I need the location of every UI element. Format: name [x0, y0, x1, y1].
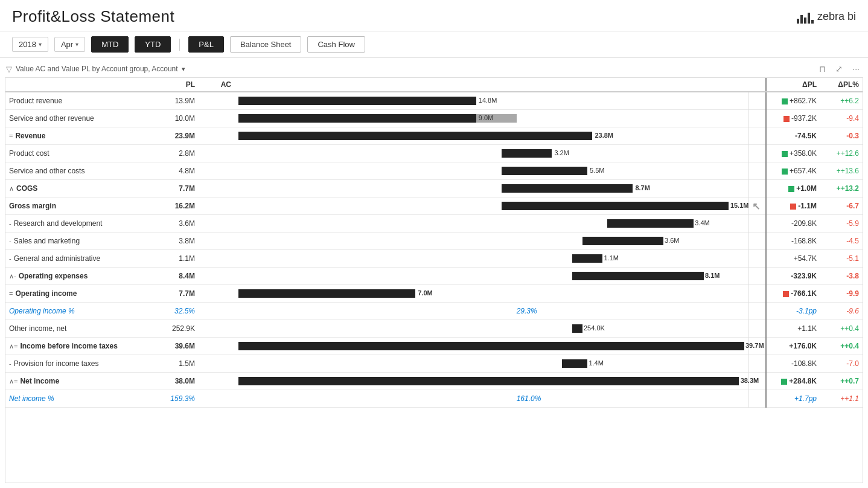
year-value: 2018 — [19, 40, 36, 49]
tab-divider — [179, 39, 180, 51]
scroll-col — [748, 285, 766, 303]
row-chart-sales-marketing: 3.6M — [235, 233, 748, 250]
scroll-col — [748, 127, 766, 145]
row-delta-pct-general-administrative: -5.1 — [820, 250, 863, 268]
row-chart-operating-income-pct: 29.3% — [235, 303, 748, 320]
row-chart-service-other-revenue: 9.0M — [235, 110, 748, 127]
row-delta-pct-service-other-costs: ++13.6 — [820, 162, 863, 180]
scroll-col — [748, 268, 766, 285]
row-ac-operating-income-pct — [199, 303, 235, 320]
table-row: ∧-Operating expenses8.4M8.1M-323.9K-3.8 — [5, 268, 863, 285]
scroll-col — [748, 145, 766, 162]
row-ac-net-income — [199, 373, 235, 390]
row-label-service-other-revenue: Service and other revenue — [5, 110, 156, 127]
table-row: Service and other revenue10.0M9.0M-937.2… — [5, 110, 863, 127]
row-delta-pl-general-administrative: +54.7K — [766, 250, 820, 268]
row-ac-operating-income — [199, 285, 235, 303]
row-delta-pl-income-before-taxes: +176.0K — [766, 338, 820, 355]
col-scroll — [748, 78, 766, 92]
tab-cash-flow[interactable]: Cash Flow — [307, 36, 365, 53]
tab-mtd[interactable]: MTD — [91, 36, 129, 53]
row-ac-product-revenue — [199, 92, 235, 110]
more-btn[interactable]: ··· — [850, 63, 862, 75]
table-wrapper: PL AC ΔPL ΔPL% — [5, 77, 863, 483]
delta-indicator — [790, 204, 796, 210]
delta-indicator — [782, 151, 788, 157]
row-chart-net-income: 38.3M — [235, 373, 748, 390]
table-row: Service and other costs4.8M5.5M+657.4K++… — [5, 162, 863, 180]
header: Profit&Loss Statement zebra bi — [0, 0, 868, 31]
row-label-text: Other income, net — [9, 324, 66, 333]
table-row: -Research and development3.6M3.4M-209.8K… — [5, 215, 863, 233]
row-label-sales-marketing: -Sales and marketing — [5, 233, 156, 250]
col-pl: PL — [156, 78, 199, 92]
row-delta-pl-service-other-revenue: -937.2K — [766, 110, 820, 127]
row-delta-pct-service-other-revenue: -9.4 — [820, 110, 863, 127]
row-label-text: Net income % — [9, 394, 54, 403]
row-label-text: General and administrative — [14, 254, 100, 263]
row-label-text: Operating income — [15, 289, 77, 298]
delta-indicator — [783, 291, 789, 297]
row-pl-provision-income-taxes: 1.5M — [156, 355, 199, 373]
row-prefix: - — [9, 220, 11, 227]
row-chart-other-income-net: 254.0K — [235, 320, 748, 338]
month-dropdown[interactable]: Apr ▾ — [54, 37, 85, 52]
row-pl-service-other-costs: 4.8M — [156, 162, 199, 180]
row-ac-product-cost — [199, 145, 235, 162]
row-ac-service-other-costs — [199, 162, 235, 180]
row-pl-service-other-revenue: 10.0M — [156, 110, 199, 127]
col-delta-pct: ΔPL% — [820, 78, 863, 92]
row-delta-pct-net-income: ++0.7 — [820, 373, 863, 390]
filter-icon: ▽ — [6, 65, 12, 74]
row-label-text: Service and other revenue — [9, 114, 94, 123]
scroll-col — [748, 303, 766, 320]
tab-pl[interactable]: P&L — [188, 36, 224, 53]
row-delta-pl-operating-expenses: -323.9K — [766, 268, 820, 285]
filter-chevron[interactable]: ▾ — [182, 65, 185, 73]
col-chart — [235, 78, 748, 92]
row-delta-pl-service-other-costs: +657.4K — [766, 162, 820, 180]
year-chevron: ▾ — [39, 41, 42, 48]
table-row: -Provision for income taxes1.5M1.4M-108.… — [5, 355, 863, 373]
logo-bar-5 — [811, 20, 814, 24]
row-delta-pct-operating-income-pct: -9.6 — [820, 303, 863, 320]
row-ac-research-development — [199, 215, 235, 233]
row-label-service-other-costs: Service and other costs — [5, 162, 156, 180]
row-delta-pct-net-income-pct: ++1.1 — [820, 390, 863, 408]
row-delta-pl-sales-marketing: -168.8K — [766, 233, 820, 250]
row-delta-pct-research-development: -5.9 — [820, 215, 863, 233]
filter-btn[interactable]: ⊓ — [817, 63, 828, 75]
page-title: Profit&Loss Statement — [12, 7, 174, 26]
row-label-other-income-net: Other income, net — [5, 320, 156, 338]
row-label-product-revenue: Product revenue — [5, 92, 156, 110]
year-dropdown[interactable]: 2018 ▾ — [12, 37, 48, 52]
row-delta-pct-product-cost: ++12.6 — [820, 145, 863, 162]
row-pl-cogs: 7.7M — [156, 180, 199, 197]
logo-bar-4 — [808, 13, 810, 24]
tab-ytd[interactable]: YTD — [135, 36, 171, 53]
scroll-col — [748, 320, 766, 338]
expand-btn[interactable]: ⤢ — [833, 63, 845, 75]
row-chart-provision-income-taxes: 1.4M — [235, 355, 748, 373]
tab-balance-sheet[interactable]: Balance Sheet — [230, 36, 302, 53]
row-label-operating-expenses: ∧-Operating expenses — [5, 268, 156, 285]
row-label-net-income-pct: Net income % — [5, 390, 156, 408]
row-delta-pct-product-revenue: ++6.2 — [820, 92, 863, 110]
row-pl-product-cost: 2.8M — [156, 145, 199, 162]
row-ac-revenue — [199, 127, 235, 145]
cursor-icon[interactable]: ↖ — [752, 201, 760, 211]
chart-controls: ⊓ ⤢ ··· — [817, 63, 862, 75]
row-delta-pl-research-development: -209.8K — [766, 215, 820, 233]
row-label-text: Service and other costs — [9, 167, 85, 175]
table-row: Net income %159.3%161.0%+1.7pp++1.1 — [5, 390, 863, 408]
row-pl-revenue: 23.9M — [156, 127, 199, 145]
scroll-col — [748, 180, 766, 197]
table-row: Operating income %32.5%29.3%-3.1pp-9.6 — [5, 303, 863, 320]
row-label-text: COGS — [16, 184, 37, 193]
row-chart-general-administrative: 1.1M — [235, 250, 748, 268]
row-delta-pct-other-income-net: ++0.4 — [820, 320, 863, 338]
row-label-text: Product revenue — [9, 97, 62, 105]
row-prefix: = — [9, 290, 13, 297]
table-row: =Operating income7.7M7.0M-766.1K-9.9 — [5, 285, 863, 303]
scroll-col — [748, 162, 766, 180]
